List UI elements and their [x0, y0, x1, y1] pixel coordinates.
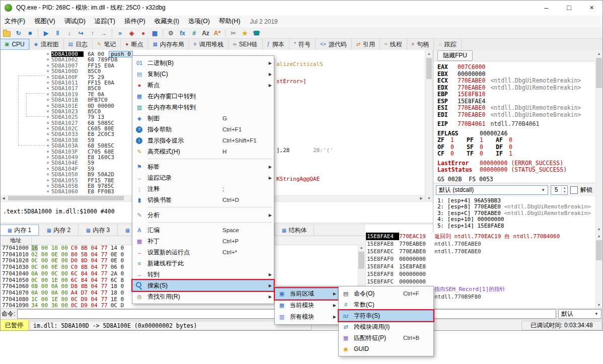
breakpoints-button[interactable]: ●	[138, 28, 148, 38]
tab-graph[interactable]: ◈流程图	[30, 39, 64, 50]
menu-patch[interactable]: ▩补丁Ctrl+P	[132, 236, 274, 247]
breakpoint-dot-icon[interactable]: ●	[44, 57, 51, 62]
tab-handles[interactable]: ¤句柄	[407, 39, 434, 50]
breakpoint-dot-icon[interactable]: ●	[44, 80, 51, 86]
menubar-options[interactable]: 选项(O)	[184, 15, 214, 28]
breakpoint-dot-icon[interactable]: ●	[44, 160, 51, 166]
command-type-select[interactable]: 默认 ▼	[558, 309, 601, 319]
menu-search-intermodular-calls[interactable]: ⇄跨模块调用(I)	[339, 321, 433, 332]
tab-threads[interactable]: ≈线程	[380, 39, 407, 50]
breakpoint-dot-icon[interactable]: ●	[44, 51, 51, 57]
calling-convention-select[interactable]: 默认 (stdcall) ▼	[436, 185, 548, 195]
menu-search-pattern[interactable]: ▦匹配特征(P)Ctrl+B	[339, 332, 433, 343]
stack-row[interactable]: 15E8FAF800000000	[366, 270, 595, 278]
case-button[interactable]: Az	[200, 28, 211, 38]
run-button[interactable]: ▶	[41, 28, 51, 38]
scroll-up-icon[interactable]: ▲	[357, 244, 365, 251]
memory-map-button[interactable]: ▦	[149, 28, 160, 38]
menubar-trace[interactable]: 追踪(T)	[90, 15, 120, 28]
menu-binary[interactable]: 01二进制(B)▶	[132, 57, 274, 68]
stack-row[interactable]: 15E8FAF415E8FAE8	[366, 263, 595, 270]
stack-row[interactable]: 15E8FAFC00000000	[366, 278, 595, 285]
tab-cpu[interactable]: ▣CPU	[0, 39, 30, 50]
breakpoint-dot-icon[interactable]: ●	[44, 92, 51, 97]
menu-comment[interactable]: ;注释;	[132, 183, 274, 194]
step-over-button[interactable]: ↪	[76, 28, 86, 38]
breakpoint-dot-icon[interactable]: ●	[44, 166, 51, 172]
menubar-plugins[interactable]: 插件(P)	[120, 15, 150, 28]
registers-scrollbar[interactable]: ▲ ▼	[595, 50, 603, 233]
assemble-button[interactable]: A*	[212, 28, 222, 38]
tab-notes[interactable]: ✎笔记	[93, 39, 121, 50]
menu-follow-in-memory-map[interactable]: ▥在内存布局中转到	[132, 102, 274, 113]
breakpoint-dot-icon[interactable]: ●	[44, 86, 51, 91]
stack-row[interactable]: 15E8FAEC770EABE0ntdll.770EABE0	[366, 248, 595, 255]
stack-row[interactable]: 15E8FAE4770EAC19返回到 ntdll.770EAC19 自 ntd…	[366, 233, 595, 240]
argument-row[interactable]: 5: [esp+14] 15E8FAE8	[437, 223, 591, 229]
breakpoint-dot-icon[interactable]: ●	[44, 126, 51, 131]
breakpoint-dot-icon[interactable]: ●	[44, 137, 51, 143]
menu-find-references[interactable]: ◎查找引用(R)▶	[132, 291, 274, 302]
scroll-down-icon[interactable]: ▼	[595, 302, 603, 308]
dump-tab-3[interactable]: ▦内存 3	[79, 225, 118, 236]
menu-set-new-origin[interactable]: →设置新的运行点Ctrl+*	[132, 247, 274, 258]
menu-current-module[interactable]: ▦当前模块▶	[275, 300, 338, 311]
scroll-down-icon[interactable]: ▼	[425, 194, 433, 201]
menu-follow-in-dump[interactable]: ▦在内存窗口中转到	[132, 91, 274, 102]
dump-tab-2[interactable]: ▦内存 2	[39, 225, 79, 236]
restart-button[interactable]: ↻	[13, 28, 24, 38]
breakpoint-dot-icon[interactable]: ●	[44, 75, 51, 80]
breakpoint-dot-icon[interactable]: ●	[44, 103, 51, 109]
stack-row[interactable]: 15E8FAE8770EABE0ntdll.770EABE0	[366, 240, 595, 248]
hide-fpu-button[interactable]: 隐藏FPU	[437, 50, 473, 61]
scrollbar-thumb[interactable]	[426, 58, 432, 79]
tab-call-stack[interactable]: ≡调用堆栈	[189, 39, 229, 50]
breakpoint-dot-icon[interactable]: ●	[44, 189, 51, 194]
animate-button[interactable]: »	[115, 28, 125, 38]
scroll-down-icon[interactable]: ▼	[595, 226, 603, 233]
stack-row[interactable]: 15E8FAF000000000	[366, 255, 595, 263]
attach-button[interactable]: ☎	[251, 28, 262, 38]
tab-memory-map[interactable]: ▦内存布局	[148, 39, 189, 50]
step-out-button[interactable]: ↑	[87, 28, 98, 38]
dump-tab-1[interactable]: ▦内存 1	[0, 225, 39, 236]
tab-symbols[interactable]: *符号	[289, 39, 316, 50]
menu-search-string[interactable]: az字符串(S)	[339, 310, 433, 321]
breakpoint-dot-icon[interactable]: ●	[44, 178, 51, 183]
menu-current-region[interactable]: ▣当前区域▶	[275, 288, 338, 300]
menubar-file[interactable]: 文件(F)	[0, 15, 30, 28]
stop-button[interactable]: ■	[25, 28, 35, 38]
menu-label[interactable]: ⚑标签▶	[132, 161, 274, 172]
scroll-up-icon[interactable]: ▲	[425, 50, 433, 57]
breakpoint-dot-icon[interactable]: ●	[44, 143, 51, 149]
tab-seh[interactable]: ∞SEH链	[229, 39, 263, 50]
scrollbar-thumb[interactable]	[358, 252, 364, 269]
breakpoint-dot-icon[interactable]: ●	[44, 131, 51, 137]
menu-highlighting-mode[interactable]: ✎高亮模式(H)H	[132, 146, 274, 157]
menu-search[interactable]: 搜索(S)▶	[132, 280, 274, 291]
menu-search-command[interactable]: ▤命令(O)Ctrl+F	[339, 288, 433, 299]
menubar-debug[interactable]: 调试(D)	[60, 15, 90, 28]
tab-source[interactable]: <>源代码	[316, 39, 352, 50]
scrollbar-thumb[interactable]	[596, 240, 602, 260]
snippets-button[interactable]: ✂	[228, 28, 239, 38]
trace-record-button[interactable]: ◆	[126, 28, 137, 38]
menu-search-constant[interactable]: #常数(C)	[339, 299, 433, 310]
menu-breakpoint[interactable]: ●断点▶	[132, 80, 274, 91]
scroll-right-icon[interactable]: ▶	[418, 195, 425, 201]
tab-breakpoints[interactable]: ●断点	[121, 39, 148, 50]
tab-trace[interactable]: ∴跟踪	[434, 39, 461, 50]
script-button[interactable]: fx	[177, 28, 188, 38]
run-to-cursor-button[interactable]: →	[99, 28, 109, 38]
menu-instruction-help[interactable]: ?指令帮助Ctrl+F1	[132, 124, 274, 135]
breakpoint-dot-icon[interactable]: ●	[44, 68, 51, 74]
stepper-arrows-icon[interactable]: ▲▼	[561, 186, 567, 194]
scroll-up-icon[interactable]: ▲	[595, 233, 603, 239]
dump-tab-8[interactable]: ▦结构体	[275, 225, 314, 236]
menu-trace-record[interactable]: →追踪记录▶	[132, 172, 274, 183]
constants-button[interactable]: #	[189, 28, 199, 38]
breakpoint-dot-icon[interactable]: ●	[44, 149, 51, 155]
scroll-left-icon[interactable]: ◀	[0, 195, 7, 201]
stack-scrollbar[interactable]: ▲ ▼	[595, 233, 603, 308]
menu-goto[interactable]: →转到▶	[132, 269, 274, 280]
